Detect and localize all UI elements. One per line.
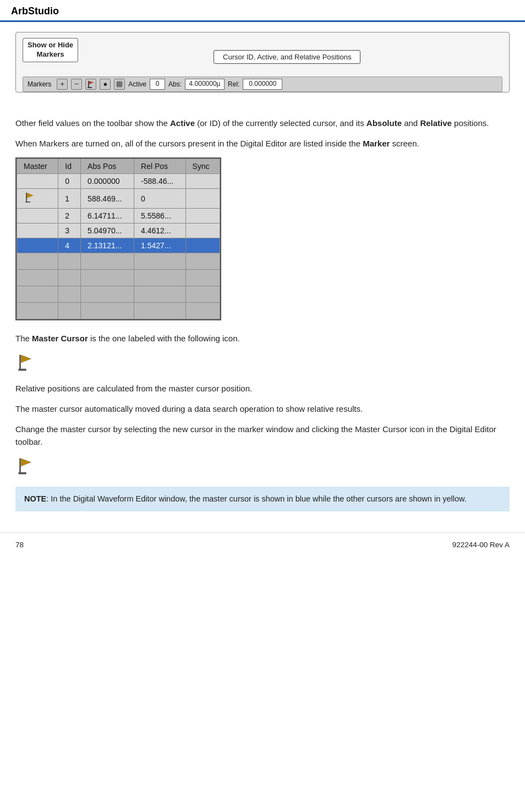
master-cursor-icon-toolbar[interactable]: [85, 79, 96, 90]
paragraph-6: Change the master cursor by selecting th…: [15, 423, 510, 449]
abs-label: Abs:: [168, 80, 182, 88]
cell-empty: [81, 286, 134, 303]
note-label: NOTE: [24, 494, 46, 503]
cell-empty: [58, 286, 81, 303]
cell-id: 0: [58, 174, 81, 189]
svg-marker-13: [21, 355, 31, 362]
show-hide-markers-box[interactable]: Show or HideMarkers: [23, 38, 78, 62]
marker-table-wrapper: Master Id Abs Pos Rel Pos Sync 00.000000…: [15, 157, 221, 320]
master-cursor-icon-display-2: [15, 456, 510, 478]
cell-id: 4: [58, 238, 81, 253]
cell-master: [17, 238, 58, 253]
cell-abs-pos: 2.13121...: [81, 238, 134, 253]
paragraph-3: The Master Cursor is the one labeled wit…: [15, 332, 510, 345]
cell-empty: [185, 286, 220, 303]
paragraph-4: Relative positions are calculated from t…: [15, 382, 510, 395]
svg-rect-9: [26, 193, 27, 203]
cell-empty: [81, 303, 134, 319]
svg-rect-2: [88, 87, 92, 88]
cell-master: [17, 209, 58, 224]
cell-empty: [81, 253, 134, 270]
svg-marker-10: [27, 193, 34, 198]
cell-abs-pos: 0.000000: [81, 174, 134, 189]
cell-empty: [134, 303, 186, 319]
cell-master: [17, 189, 58, 209]
paragraph-5: The master cursor automatically moved du…: [15, 402, 510, 415]
cell-empty: [17, 303, 58, 319]
cell-sync: [185, 174, 220, 189]
cell-empty: [17, 253, 58, 270]
table-row: [17, 253, 220, 270]
paragraph-1: Other field values on the toolbar show t…: [15, 117, 510, 129]
app-title: ArbStudio: [11, 6, 59, 17]
paragraph-2: When Markers are turned on, all of the c…: [15, 137, 510, 150]
abs-field[interactable]: 4.000000µ: [185, 79, 225, 90]
cell-empty: [185, 270, 220, 286]
cell-sync: [185, 224, 220, 238]
cell-abs-pos: 5.04970...: [81, 224, 134, 238]
table-row[interactable]: 42.13121...1.5427...: [17, 238, 220, 253]
cell-empty: [81, 270, 134, 286]
marker-table: Master Id Abs Pos Rel Pos Sync 00.000000…: [17, 159, 220, 319]
circle-btn[interactable]: ●: [100, 79, 111, 90]
cell-abs-pos: 6.14711...: [81, 209, 134, 224]
cell-empty: [58, 303, 81, 319]
svg-marker-17: [21, 458, 31, 466]
markers-label: Markers: [28, 80, 51, 88]
cell-empty: [134, 253, 186, 270]
remove-marker-btn[interactable]: −: [71, 79, 82, 90]
active-field[interactable]: 0: [150, 79, 165, 90]
svg-rect-19: [18, 472, 26, 474]
footer: 78 922244-00 Rev A: [0, 532, 525, 554]
col-rel-pos: Rel Pos: [134, 159, 186, 174]
table-row[interactable]: 1588.469...0: [17, 189, 220, 209]
add-marker-btn[interactable]: +: [57, 79, 68, 90]
cell-master: [17, 174, 58, 189]
svg-rect-11: [25, 201, 30, 203]
table-row[interactable]: 35.04970...4.4612...: [17, 224, 220, 238]
svg-rect-12: [19, 355, 21, 369]
cell-rel-pos: 1.5427...: [134, 238, 186, 253]
grid-btn[interactable]: [114, 79, 125, 90]
master-cursor-icon-display-1: [15, 353, 510, 374]
active-label: Active: [128, 80, 146, 88]
cursor-id-box: Cursor ID, Active, and Relative Position…: [214, 50, 360, 64]
cursor-id-label: Cursor ID, Active, and Relative Position…: [223, 53, 351, 61]
cell-empty: [58, 253, 81, 270]
svg-rect-0: [88, 81, 89, 88]
cell-rel-pos: 0: [134, 189, 186, 209]
table-row[interactable]: 00.000000-588.46...: [17, 174, 220, 189]
col-id: Id: [58, 159, 81, 174]
cell-rel-pos: 5.5586...: [134, 209, 186, 224]
cell-empty: [134, 286, 186, 303]
svg-marker-1: [89, 81, 94, 84]
header: ArbStudio: [0, 0, 525, 22]
rel-label: Rel:: [228, 80, 239, 88]
svg-rect-15: [18, 368, 26, 370]
show-hide-label: Show or HideMarkers: [28, 41, 73, 58]
svg-rect-16: [19, 458, 21, 473]
cell-empty: [17, 286, 58, 303]
cell-id: 2: [58, 209, 81, 224]
cell-rel-pos: -588.46...: [134, 174, 186, 189]
table-row: [17, 303, 220, 319]
table-header-row: Master Id Abs Pos Rel Pos Sync: [17, 159, 220, 174]
toolbar-bar: Markers + − ●: [23, 77, 502, 92]
col-sync: Sync: [185, 159, 220, 174]
toolbar-illustration: Show or HideMarkers Cursor ID, Active, a…: [15, 32, 510, 103]
cell-empty: [185, 253, 220, 270]
cell-empty: [58, 270, 81, 286]
cell-rel-pos: 4.4612...: [134, 224, 186, 238]
table-row: [17, 270, 220, 286]
cell-sync: [185, 209, 220, 224]
col-abs-pos: Abs Pos: [81, 159, 134, 174]
cell-master: [17, 224, 58, 238]
col-master: Master: [17, 159, 58, 174]
table-row[interactable]: 26.14711...5.5586...: [17, 209, 220, 224]
cell-abs-pos: 588.469...: [81, 189, 134, 209]
cell-sync: [185, 189, 220, 209]
cell-empty: [185, 303, 220, 319]
table-row: [17, 286, 220, 303]
cell-empty: [17, 270, 58, 286]
rel-field[interactable]: 0.000000: [243, 79, 282, 90]
